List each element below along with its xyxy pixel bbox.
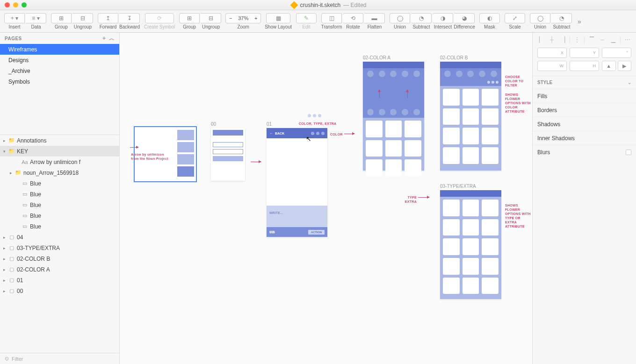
page-dots-icon — [308, 114, 321, 117]
page-designs[interactable]: Designs — [0, 55, 119, 65]
layer-blue-4[interactable]: ▭Blue — [0, 210, 119, 221]
rotate-button[interactable]: ⟲Rotate — [342, 11, 364, 32]
zoom-out-button[interactable]: − — [226, 15, 235, 21]
action-button[interactable]: ACTION — [308, 230, 325, 235]
filter-icon: ⊙ — [5, 356, 9, 362]
data-button[interactable]: ≡ ▾Data — [25, 11, 47, 32]
mask-button[interactable]: ◐Mask — [479, 11, 500, 32]
align-bottom-button[interactable]: ▁ — [609, 36, 617, 43]
artboard-01-label: 01 — [267, 121, 327, 127]
back-arrow-icon: ← — [269, 131, 273, 136]
layer-noun-arrow[interactable]: ▸📁noun_Arrow_1569918 — [0, 167, 119, 178]
page-symbols[interactable]: Symbols — [0, 76, 119, 87]
h-input[interactable]: H — [570, 61, 599, 71]
align-center-h-button[interactable]: ┼ — [548, 36, 556, 43]
shadows-row[interactable]: Shadows — [533, 117, 636, 131]
intersect-button[interactable]: ◑Intersect — [432, 11, 454, 32]
toolbar-overflow-icon[interactable]: » — [576, 18, 583, 25]
artboard-03-label: 03-TYPE/EXTRA — [440, 184, 501, 189]
artboard-02a[interactable] — [363, 62, 424, 171]
edit-button[interactable]: ✎Edit — [296, 11, 317, 32]
flip-v-button[interactable]: ▶ — [618, 61, 632, 71]
union-button-2[interactable]: ◯Union — [529, 11, 551, 32]
layer-list: ▸📁Annotations ▾📁KEY AaArrow by unlimicon… — [0, 135, 119, 353]
layer-artboard-02b[interactable]: ▸▢02-COLOR B — [0, 253, 119, 264]
backward-button[interactable]: ↧Backward — [119, 11, 140, 32]
rotation-input[interactable]: ° — [602, 48, 631, 58]
y-input[interactable]: Y — [570, 48, 599, 58]
ungroup-button[interactable]: ⊟Ungroup — [72, 11, 94, 32]
transform-button[interactable]: ◫Transform — [321, 11, 342, 32]
document-title: crushin-it.sketch — [300, 2, 340, 8]
artboard-01[interactable]: ← BACK WRITE... $$$ ACTION — [267, 128, 327, 237]
style-section[interactable]: STYLE⌄ — [533, 76, 636, 89]
collapse-pages-button[interactable]: ︿ — [109, 35, 115, 43]
subtract-button[interactable]: ◔Subtract — [411, 11, 432, 32]
zoom-window-button[interactable] — [22, 2, 27, 7]
layer-arrow-text[interactable]: AaArrow by unlimicon f — [0, 157, 119, 167]
arrow-icon — [251, 162, 261, 162]
page-wireframes[interactable]: Wireframes — [0, 44, 119, 55]
borders-row[interactable]: Borders — [533, 103, 636, 117]
forward-button[interactable]: ↥Forward — [97, 11, 119, 32]
difference-button[interactable]: ◕Difference — [454, 11, 475, 32]
ungroup-button-2[interactable]: ⊟Ungroup — [200, 11, 222, 32]
subtract-button-2[interactable]: ◔Subtract — [551, 11, 572, 32]
group-button-2[interactable]: ⊞Group — [179, 11, 200, 32]
create-symbol-button[interactable]: ⟳Create Symbol — [144, 11, 175, 32]
blurs-row[interactable]: Blurs — [533, 145, 636, 159]
union-button[interactable]: ◯Union — [389, 11, 411, 32]
pages-header: PAGES + ︿ — [0, 33, 119, 44]
layer-blue-5[interactable]: ▭Blue — [0, 221, 119, 232]
inner-shadows-row[interactable]: Inner Shadows — [533, 131, 636, 145]
group-button[interactable]: ⊞Group — [51, 11, 72, 32]
zoom-in-button[interactable]: + — [251, 15, 260, 21]
layer-artboard-04[interactable]: ▸▢04 — [0, 232, 119, 243]
align-center-v-button[interactable]: ─ — [599, 36, 606, 43]
write-placeholder: WRITE... — [269, 211, 282, 214]
flatten-button[interactable]: ▬Flatten — [364, 11, 385, 32]
layer-blue-1[interactable]: ▭Blue — [0, 178, 119, 189]
sketch-file-icon — [290, 1, 298, 9]
artboard-02b[interactable] — [440, 62, 501, 171]
annotation-key: Arrow by unlimicon from the Noun Project — [131, 152, 168, 161]
align-top-button[interactable]: ▔ — [588, 36, 595, 43]
fills-row[interactable]: Fills — [533, 89, 636, 103]
window-titlebar: crushin-it.sketch — Edited — [0, 0, 636, 10]
arrow-up-icon — [407, 90, 408, 98]
minimize-window-button[interactable] — [13, 2, 18, 7]
layer-blue-3[interactable]: ▭Blue — [0, 200, 119, 210]
page-archive[interactable]: _Archive — [0, 65, 119, 76]
close-window-button[interactable] — [5, 2, 10, 7]
artboard-03[interactable] — [440, 190, 501, 299]
flip-h-button[interactable]: ▲ — [602, 61, 616, 71]
back-button[interactable]: BACK — [275, 132, 284, 135]
layer-artboard-00[interactable]: ▸▢00 — [0, 285, 119, 296]
align-left-button[interactable]: ▏ — [537, 36, 545, 43]
price-label: $$$ — [269, 230, 275, 234]
artboard-02b-label: 02-COLOR B — [440, 55, 501, 60]
layer-artboard-01[interactable]: ▸▢01 — [0, 275, 119, 285]
inspector-panel: ▏ ┼ ▕ ⋮ ▔ ─ ▁ ⋯ X Y ° W H ▲ ▶ STYLE⌄ Fil… — [532, 33, 636, 364]
layer-filter[interactable]: ⊙ Filter — [0, 353, 119, 364]
distribute-v-button[interactable]: ⋯ — [624, 36, 631, 43]
annotation-flower-color: SHOWS FLOWER OPTIONS WITH COLOR ATTRIBUT… — [505, 93, 532, 114]
align-right-button[interactable]: ▕ — [559, 36, 566, 43]
scale-button[interactable]: ⤢Scale — [504, 11, 526, 32]
distribute-h-button[interactable]: ⋮ — [573, 36, 581, 43]
layer-artboard-02a[interactable]: ▸▢02-COLOR A — [0, 264, 119, 275]
insert-button[interactable]: + ▾Insert — [4, 11, 25, 32]
layer-annotations[interactable]: ▸📁Annotations — [0, 135, 119, 146]
annotation-color: COLOR — [330, 132, 343, 136]
canvas[interactable]: Arrow by unlimicon from the Noun Project… — [120, 33, 532, 364]
annotation-filter: CHOOSE COLOR TO FILTER — [505, 75, 532, 87]
x-input[interactable]: X — [537, 48, 567, 58]
w-input[interactable]: W — [537, 61, 567, 71]
layer-blue-2[interactable]: ▭Blue — [0, 189, 119, 200]
add-page-button[interactable]: + — [102, 35, 106, 42]
layer-artboard-03[interactable]: ▸▢03-TYPE/EXTRA — [0, 243, 119, 253]
artboard-00[interactable] — [211, 128, 245, 181]
layer-key[interactable]: ▾📁KEY — [0, 146, 119, 157]
show-layout-button[interactable]: ▦Show Layout — [265, 11, 292, 32]
blurs-checkbox[interactable] — [626, 150, 631, 155]
